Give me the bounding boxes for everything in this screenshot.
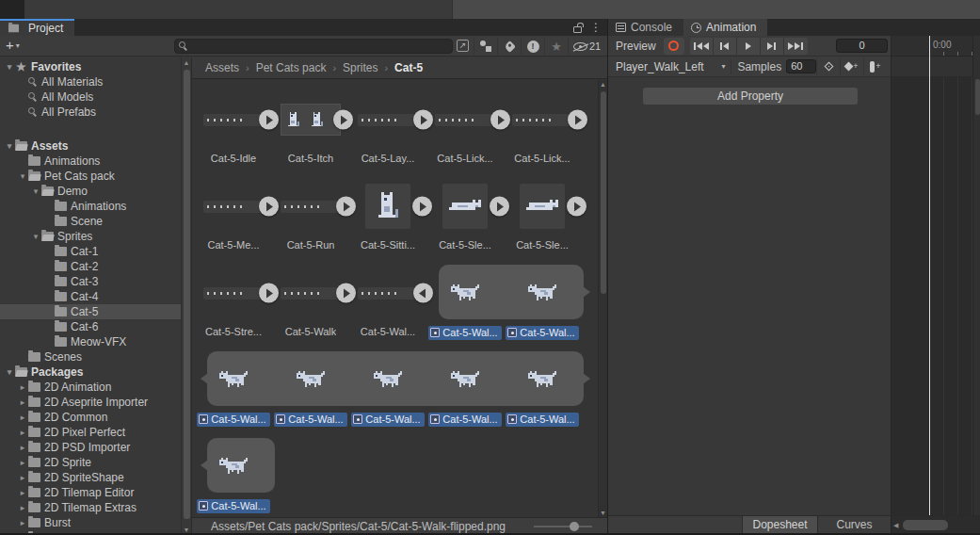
collapsed-arrow-icon[interactable]: ▸ <box>17 413 28 422</box>
asset-item[interactable]: Cat-5-Sle... <box>504 176 581 263</box>
dopesheet-area[interactable] <box>892 77 980 515</box>
asset-item[interactable]: Cat-5-Idle <box>195 89 272 176</box>
open-search-window-icon[interactable]: ↗ <box>457 40 469 52</box>
tab-project[interactable]: Project <box>0 19 74 36</box>
tree-item-2d-pixel-perfect[interactable]: ▸2D Pixel Perfect <box>0 425 181 440</box>
asset-item[interactable]: Cat-5-Wal... <box>426 263 504 349</box>
timeline-ruler[interactable]: 0:00 <box>892 36 980 57</box>
scroll-up-icon[interactable]: ▲ <box>182 59 191 66</box>
unlock-icon[interactable] <box>573 26 582 33</box>
tree-item-2d-aseprite-importer[interactable]: ▸2D Aseprite Importer <box>0 395 181 410</box>
collapsed-arrow-icon[interactable]: ▸ <box>17 382 28 392</box>
asset-item[interactable]: Cat-5-Lick... <box>504 89 581 176</box>
record-button[interactable] <box>664 38 684 55</box>
search-input[interactable] <box>188 41 433 52</box>
tab-console[interactable]: Console <box>608 19 683 36</box>
expanded-arrow-icon[interactable]: ▾ <box>30 186 41 196</box>
scroll-up-icon[interactable]: ▲ <box>599 81 607 88</box>
tree-item-2d-tilemap-extras[interactable]: ▸2D Tilemap Extras <box>0 500 181 515</box>
tree-item-collections[interactable]: ▸Collections <box>0 530 181 535</box>
tree-item-burst[interactable]: ▸Burst <box>0 515 181 530</box>
asset-item[interactable]: Cat-5-Wal... <box>195 349 272 436</box>
asset-item[interactable]: Cat-5-Wal... <box>272 349 349 436</box>
timeline-hscrollbar[interactable]: ◀ <box>891 516 980 533</box>
tree-item-assets[interactable]: ▾Assets <box>0 138 181 154</box>
asset-item[interactable]: Cat-5-Wal... <box>195 436 272 517</box>
breadcrumb-item-assets[interactable]: Assets <box>205 61 239 74</box>
collapsed-arrow-icon[interactable]: ▸ <box>17 397 28 407</box>
breadcrumb-item-pet-cats-pack[interactable]: Pet Cats pack <box>256 61 327 74</box>
tree-item-all-materials[interactable]: All Materials <box>0 74 181 89</box>
timeline-hscrollbar-thumb[interactable] <box>903 520 948 530</box>
tree-item-animations[interactable]: Animations <box>0 154 181 169</box>
tree-item-packages[interactable]: ▾Packages <box>0 365 181 380</box>
thumbnail-size-slider[interactable] <box>534 526 592 527</box>
preview-button[interactable]: Preview <box>616 40 656 53</box>
collapsed-arrow-icon[interactable]: ▸ <box>17 518 28 527</box>
save-search-button[interactable]: ★ <box>544 38 568 55</box>
tree-item-meow-vfx[interactable]: Meow-VFX <box>0 334 181 349</box>
tree-item-pet-cats-pack[interactable]: ▾Pet Cats pack <box>0 169 181 184</box>
timeline-vscrollbar[interactable] <box>972 36 980 515</box>
asset-item[interactable]: Cat-5-Wal... <box>426 349 504 436</box>
tree-item-cat-1[interactable]: Cat-1 <box>0 244 181 259</box>
tree-item-demo[interactable]: ▾Demo <box>0 184 181 199</box>
collapsed-arrow-icon[interactable]: ▸ <box>17 488 28 497</box>
asset-item[interactable]: Cat-5-Wal... <box>504 349 581 436</box>
tree-item-2d-animation[interactable]: ▸2D Animation <box>0 380 181 395</box>
tree-item-2d-sprite[interactable]: ▸2D Sprite <box>0 455 181 470</box>
expanded-arrow-icon[interactable]: ▾ <box>4 367 15 377</box>
play-button-icon[interactable] <box>568 110 587 130</box>
scroll-down-icon[interactable]: ▼ <box>182 527 191 533</box>
playhead[interactable] <box>929 36 930 515</box>
asset-item[interactable]: Cat-5-Walk <box>272 263 349 349</box>
tree-item-all-models[interactable]: All Models <box>0 89 181 105</box>
asset-item[interactable]: Cat-5-Itch <box>272 89 349 176</box>
go-to-end-button[interactable] <box>784 38 808 55</box>
collapsed-arrow-icon[interactable]: ▸ <box>17 443 28 452</box>
previous-keyframe-button[interactable] <box>714 38 737 55</box>
asset-item[interactable]: Cat-5-Stre... <box>195 263 272 349</box>
tree-item-2d-tilemap-editor[interactable]: ▸2D Tilemap Editor <box>0 485 181 500</box>
play-button[interactable] <box>737 38 761 55</box>
collapsed-arrow-icon[interactable]: ▸ <box>17 428 28 437</box>
hidden-items-button[interactable]: 21 <box>568 38 605 55</box>
asset-item[interactable]: Cat-5-Wal... <box>349 263 426 349</box>
tree-item-sprites[interactable]: ▾Sprites <box>0 229 181 244</box>
tree-item-favorites[interactable]: ▾★Favorites <box>0 59 181 74</box>
tree-item-all-prefabs[interactable]: All Prefabs <box>0 105 181 120</box>
asset-item[interactable]: Cat-5-Me... <box>195 176 272 263</box>
asset-item[interactable]: Cat-5-Wal... <box>349 349 426 436</box>
timeline-vscrollbar-thumb[interactable] <box>975 79 980 115</box>
curves-button[interactable]: Curves <box>817 516 891 533</box>
search-by-type-button[interactable] <box>474 38 497 55</box>
record-keyframe-button[interactable] <box>816 58 840 75</box>
go-to-beginning-button[interactable] <box>690 38 714 55</box>
asset-item[interactable]: Cat-5-Sitti... <box>349 176 426 263</box>
add-property-button[interactable]: Add Property <box>643 88 858 105</box>
search-by-label-button[interactable] <box>497 38 521 55</box>
tree-item-cat-2[interactable]: Cat-2 <box>0 259 181 274</box>
breadcrumb-item-cat-5[interactable]: Cat-5 <box>394 61 423 74</box>
create-asset-button[interactable]: + ▾ <box>6 38 20 53</box>
scroll-down-icon[interactable]: ▼ <box>599 510 607 516</box>
add-event-button[interactable]: + <box>863 58 887 75</box>
tree-item-scenes[interactable]: Scenes <box>0 349 181 365</box>
panel-menu-icon[interactable]: ⋮ <box>590 22 602 33</box>
scroll-left-icon[interactable]: ◀ <box>893 522 898 529</box>
grid-scrollbar[interactable]: ▲ ▼ <box>598 80 607 517</box>
expanded-arrow-icon[interactable]: ▾ <box>30 232 41 241</box>
breadcrumb-item-sprites[interactable]: Sprites <box>343 61 378 74</box>
collapsed-arrow-icon[interactable]: ▸ <box>17 458 28 467</box>
search-by-import-log-button[interactable]: ! <box>521 38 544 55</box>
animation-timeline[interactable]: 0:00 <box>891 36 980 515</box>
add-keyframe-button[interactable]: + <box>840 58 863 75</box>
tree-item-cat-3[interactable]: Cat-3 <box>0 274 181 289</box>
current-frame-field[interactable]: 0 <box>836 39 888 53</box>
tree-item-cat-5[interactable]: Cat-5 <box>0 304 181 319</box>
expanded-arrow-icon[interactable]: ▾ <box>4 62 15 72</box>
tree-scrollbar-thumb[interactable] <box>184 70 190 519</box>
tree-item-2d-spriteshape[interactable]: ▸2D SpriteShape <box>0 470 181 485</box>
tree-item-cat-6[interactable]: Cat-6 <box>0 319 181 334</box>
collapsed-arrow-icon[interactable]: ▸ <box>17 473 28 482</box>
